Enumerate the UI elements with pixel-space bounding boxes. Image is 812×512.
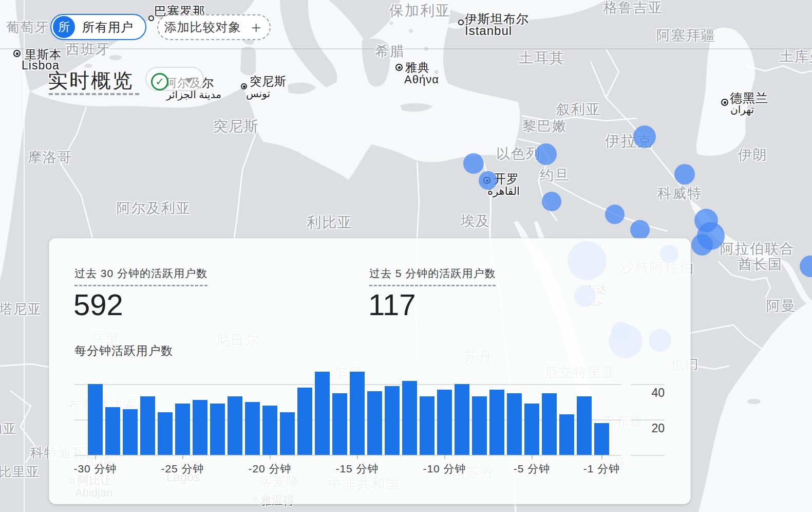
map-label-希腊: 希腊 bbox=[375, 42, 405, 61]
map-label-突尼斯: 突尼斯 bbox=[213, 117, 259, 136]
active-users-dot bbox=[630, 220, 650, 240]
map-label-叙利亚: 叙利亚 bbox=[556, 100, 601, 119]
audience-pill-all-users[interactable]: 所 所有用户 bbox=[50, 14, 146, 40]
bar-minute--27[interactable] bbox=[140, 396, 155, 455]
bar-minute--30[interactable] bbox=[88, 384, 103, 455]
active-users-dot bbox=[633, 125, 656, 148]
istanbul-marker-icon bbox=[458, 20, 464, 25]
map-label-保加利亚: 保加利亚 bbox=[389, 1, 451, 21]
bar-minute--29[interactable] bbox=[105, 407, 120, 455]
map-label-毛里塔尼亚: 毛里塔尼亚 bbox=[0, 300, 42, 318]
active-users-dot bbox=[674, 164, 695, 185]
map-label-科威特: 科威特 bbox=[657, 184, 702, 203]
bar-minute--11[interactable] bbox=[420, 396, 435, 455]
lisboa-marker-icon bbox=[13, 50, 21, 57]
bar-minute--9[interactable] bbox=[455, 384, 469, 455]
x-axis-tick bbox=[357, 455, 358, 459]
bar-minute--25[interactable] bbox=[175, 404, 190, 455]
chart-title: 每分钟活跃用户数 bbox=[74, 343, 173, 359]
x-axis-tick bbox=[532, 455, 533, 459]
map-label-利比亚: 利比亚 bbox=[307, 213, 353, 232]
map-label-黎巴嫩: 黎巴嫩 bbox=[522, 117, 567, 135]
map-label-İstanbul: İstanbul bbox=[465, 24, 512, 38]
bar-minute--19[interactable] bbox=[280, 412, 295, 455]
x-axis-label: -15 分钟 bbox=[335, 462, 379, 476]
stat-5min-value: 117 bbox=[368, 287, 416, 322]
map-label-格鲁吉亚: 格鲁吉亚 bbox=[603, 0, 663, 17]
bar-minute--24[interactable] bbox=[193, 400, 207, 455]
map-label-摩洛哥: 摩洛哥 bbox=[28, 148, 72, 167]
bar-minute--3[interactable] bbox=[559, 414, 574, 455]
x-axis-label: -25 分钟 bbox=[161, 462, 204, 476]
bar-minute--5[interactable] bbox=[524, 404, 539, 455]
map-label-阿尔及利亚: 阿尔及利亚 bbox=[117, 199, 191, 217]
green-check-icon: ✓ bbox=[151, 73, 168, 90]
bar-minute--7[interactable] bbox=[489, 390, 504, 455]
stat-30min-label[interactable]: 过去 30 分钟的活跃用户数 bbox=[74, 266, 207, 286]
bar-minute--4[interactable] bbox=[542, 393, 557, 455]
bar-minute--12[interactable] bbox=[402, 381, 417, 455]
add-comparison-label: 添加比较对象 bbox=[164, 19, 241, 35]
bar-minute--18[interactable] bbox=[297, 388, 312, 455]
bar-minute--13[interactable] bbox=[385, 386, 400, 455]
bar-minute--17[interactable] bbox=[315, 372, 330, 455]
chart-gridline-stub-0 bbox=[631, 455, 665, 456]
add-comparison-button[interactable]: 添加比较对象 ＋ bbox=[157, 14, 271, 40]
chart-gridline-stub-40 bbox=[631, 384, 665, 385]
bar-minute--23[interactable] bbox=[210, 404, 225, 455]
bar-minute--16[interactable] bbox=[332, 393, 347, 455]
realtime-overview-page: 葡萄牙西班牙保加利亚希腊土耳其格鲁吉亚阿塞拜疆土库曼斯坦叙利亚黎巴嫩伊拉克伊朗科… bbox=[0, 0, 812, 512]
map-label-利比里亚: 利比里亚 bbox=[0, 463, 40, 480]
audience-pill-label: 所有用户 bbox=[82, 19, 134, 35]
plus-icon: ＋ bbox=[249, 20, 264, 35]
bar-minute--14[interactable] bbox=[367, 391, 382, 455]
athens-marker-icon bbox=[395, 64, 403, 71]
active-users-dot bbox=[535, 143, 557, 165]
map-label-埃及: 埃及 bbox=[461, 212, 490, 230]
stat-30min-value: 592 bbox=[73, 287, 123, 322]
active-users-dot bbox=[691, 234, 713, 255]
chart-gridline-0 bbox=[74, 455, 621, 456]
x-axis-tick bbox=[95, 455, 96, 459]
bar-minute--26[interactable] bbox=[158, 412, 173, 455]
map-label-伊朗: 伊朗 bbox=[738, 145, 768, 164]
bar-minute--28[interactable] bbox=[123, 409, 138, 455]
bar-minute--15[interactable] bbox=[350, 372, 365, 455]
map-label-土耳其: 土耳其 bbox=[519, 48, 565, 68]
realtime-card: 过去 30 分钟的活跃用户数 592 过去 5 分钟的活跃用户数 117 每分钟… bbox=[49, 238, 691, 504]
active-users-dot bbox=[479, 171, 497, 190]
bar-minute--1[interactable] bbox=[594, 423, 609, 455]
bar-minute--10[interactable] bbox=[437, 390, 452, 455]
map-label-تهران: تهران bbox=[730, 103, 754, 116]
map-label-阿曼: 阿曼 bbox=[766, 297, 796, 315]
map-label-以色列: 以色列 bbox=[496, 144, 541, 163]
active-users-dot bbox=[542, 192, 561, 211]
x-axis-label: -5 分钟 bbox=[514, 462, 551, 476]
x-axis-label: -10 分钟 bbox=[423, 462, 466, 476]
map-label-葡萄牙: 葡萄牙 bbox=[6, 19, 49, 36]
bar-minute--22[interactable] bbox=[228, 396, 242, 455]
page-title-dashed-underline bbox=[49, 93, 139, 95]
x-axis-tick bbox=[182, 455, 183, 459]
chart-gridline-20 bbox=[74, 419, 621, 420]
bar-minute--8[interactable] bbox=[472, 396, 487, 455]
chart-gridline-40 bbox=[74, 384, 621, 385]
x-axis-tick bbox=[270, 455, 271, 459]
x-axis-tick bbox=[601, 455, 602, 459]
map-label-酋长国: 酋长国 bbox=[738, 255, 783, 273]
bar-minute--6[interactable] bbox=[507, 393, 522, 455]
stat-5min-label[interactable]: 过去 5 分钟的活跃用户数 bbox=[369, 266, 496, 286]
bar-minute--2[interactable] bbox=[577, 396, 592, 455]
bar-minute--21[interactable] bbox=[245, 402, 260, 455]
y-axis-label-20: 20 bbox=[634, 422, 665, 435]
y-axis-label-40: 40 bbox=[634, 386, 665, 400]
x-axis-label: -30 分钟 bbox=[73, 462, 117, 476]
map-label-约旦: 约旦 bbox=[540, 166, 570, 185]
x-axis-label: -1 分钟 bbox=[583, 462, 620, 476]
tehran-marker-icon bbox=[721, 99, 728, 106]
map-label-阿塞拜疆: 阿塞拜疆 bbox=[656, 26, 716, 45]
x-axis-tick bbox=[444, 455, 445, 459]
map-label-几内亚: 几内亚 bbox=[0, 420, 17, 437]
tunis-marker-icon bbox=[241, 83, 247, 89]
bar-minute--20[interactable] bbox=[262, 406, 277, 455]
